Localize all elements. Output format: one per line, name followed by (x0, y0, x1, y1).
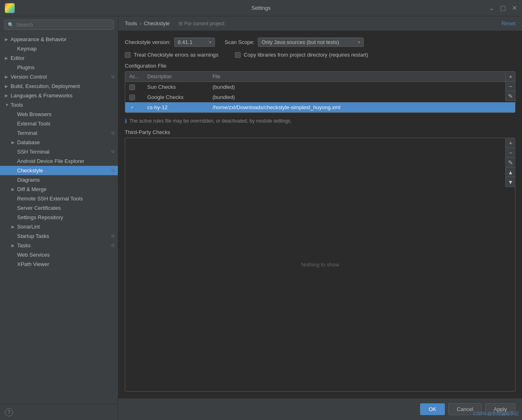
sidebar-item-label: Languages & Frameworks (11, 92, 115, 99)
sidebar-item-label: XPath Viewer (17, 261, 115, 267)
config-table-wrapper: Ac... Description File Sun Checks (bundl… (125, 71, 515, 113)
move-down-button[interactable]: ▼ (506, 177, 515, 187)
col-active: Ac... (125, 72, 143, 82)
row-checkbox[interactable] (129, 95, 135, 100)
sidebar: 🔍 ▶ Appearance & Behavior Keymap ▶ Edito… (0, 16, 118, 420)
sidebar-item-startup-tasks[interactable]: Startup Tasks ⧉ (0, 231, 118, 241)
row-checkbox[interactable]: ✓ (129, 105, 135, 110)
copy-icon: ⧉ (111, 243, 115, 248)
content-body: Checkstyle version: 8.41.1 ▾ Scan Scope:… (118, 31, 522, 398)
version-select[interactable]: 8.41.1 ▾ (174, 37, 215, 47)
breadcrumb-parent[interactable]: Tools (125, 20, 137, 26)
scan-scope-value: Only Java sources (but not tests) (261, 39, 339, 45)
treat-errors-checkbox[interactable] (125, 52, 130, 58)
main-layout: 🔍 ▶ Appearance & Behavior Keymap ▶ Edito… (0, 16, 522, 420)
sidebar-item-ssh-terminal[interactable]: SSH Terminal ⧉ (0, 147, 118, 156)
search-input[interactable] (16, 22, 110, 28)
version-label: Checkstyle version: (125, 39, 171, 45)
side-actions: + − ✎ ▲ ▼ (505, 138, 515, 187)
third-party-section: Third-Party Checks Nothing to show + − ✎… (125, 129, 515, 391)
row-description: Google Checks (143, 92, 208, 102)
sidebar-item-tasks[interactable]: ▶ Tasks ⧉ (0, 241, 118, 250)
remove-button[interactable]: − (506, 81, 515, 91)
content-header: Tools › Checkstyle ⊟ For current project… (118, 16, 522, 31)
sidebar-item-database[interactable]: ▶ Database (0, 138, 118, 147)
sidebar-item-editor[interactable]: ▶ Editor (0, 53, 118, 63)
row-checkbox[interactable] (129, 84, 135, 90)
copy-icon: ⧉ (111, 233, 115, 239)
sidebar-item-diagrams[interactable]: Diagrams (0, 175, 118, 185)
row-file: (bundled) (208, 82, 515, 92)
table-row[interactable]: Sun Checks (bundled) (125, 82, 515, 92)
sidebar-item-server-certs[interactable]: Server Certificates (0, 203, 118, 213)
sidebar-item-languages[interactable]: ▶ Languages & Frameworks (0, 91, 118, 100)
options-row: Treat Checkstyle errors as warnings Copy… (125, 52, 515, 58)
sidebar-item-external-tools[interactable]: External Tools (0, 119, 118, 128)
add-button[interactable]: + (506, 72, 515, 81)
sidebar-item-diff-merge[interactable]: ▶ Diff & Merge (0, 185, 118, 194)
sidebar-item-checkstyle[interactable]: Checkstyle ⧉ (0, 166, 118, 175)
sidebar-item-label: Android Device File Explorer (17, 158, 115, 164)
sidebar-item-label: Tasks (17, 242, 111, 248)
table-header-row: Ac... Description File (125, 72, 515, 82)
ok-button[interactable]: OK (420, 403, 445, 415)
sidebar-item-web-browsers[interactable]: Web Browsers (0, 110, 118, 119)
info-text: The active rules file may be overridden,… (129, 118, 292, 124)
sidebar-item-label: SSH Terminal (17, 149, 111, 155)
copy-libraries-checkbox[interactable] (235, 52, 241, 58)
arrow-icon: ▶ (5, 84, 11, 88)
edit-button[interactable]: ✎ (506, 91, 515, 101)
sidebar-item-appearance[interactable]: ▶ Appearance & Behavior (0, 35, 118, 44)
sidebar-bottom: ? (0, 404, 118, 420)
edit-third-party-button[interactable]: ✎ (506, 158, 515, 167)
sidebar-item-android[interactable]: Android Device File Explorer (0, 156, 118, 166)
table-row[interactable]: ✓ cs-hy-12 /home/zxl/Downloads/checkstyl… (125, 102, 515, 112)
sidebar-item-build[interactable]: ▶ Build, Execution, Deployment (0, 81, 118, 91)
remove-third-party-button[interactable]: − (506, 148, 515, 158)
window-title: Settings (252, 5, 271, 11)
sidebar-item-remote-ssh[interactable]: Remote SSH External Tools (0, 194, 118, 203)
row-file: /home/zxl/Downloads/checkstyle-simplest_… (208, 102, 515, 112)
move-up-button[interactable]: ▲ (506, 167, 515, 177)
sidebar-item-label: Editor (11, 55, 115, 61)
sidebar-item-label: Server Certificates (17, 205, 115, 211)
search-box[interactable]: 🔍 (4, 20, 114, 30)
arrow-icon: ▼ (5, 103, 11, 107)
version-group: Checkstyle version: 8.41.1 ▾ (125, 37, 215, 47)
sidebar-item-settings-repo[interactable]: Settings Repository (0, 213, 118, 222)
sidebar-item-label: Web Browsers (17, 111, 115, 117)
chevron-down-icon: ▾ (358, 40, 360, 44)
scan-scope-select[interactable]: Only Java sources (but not tests) ▾ (258, 37, 364, 47)
sidebar-item-tools[interactable]: ▼ Tools (0, 100, 118, 110)
sidebar-item-plugins[interactable]: Plugins (0, 63, 118, 72)
titlebar: Settings ⌄ ▢ ✕ (0, 0, 522, 16)
breadcrumb: Tools › Checkstyle ⊟ For current project (125, 20, 224, 26)
sidebar-item-label: Startup Tasks (17, 233, 111, 239)
sidebar-item-xpath-viewer[interactable]: XPath Viewer (0, 259, 118, 269)
sidebar-item-label: Tools (11, 102, 115, 108)
for-project-label: ⊟ For current project (179, 21, 224, 26)
maximize-icon[interactable]: ▢ (500, 4, 506, 12)
watermark: CSDN @学亮编程手记 (473, 411, 519, 417)
sidebar-item-keymap[interactable]: Keymap (0, 44, 118, 53)
add-third-party-button[interactable]: + (506, 138, 515, 148)
row-file: (bundled) (208, 92, 515, 102)
copy-icon: ⧉ (111, 149, 115, 154)
treat-errors-label: Treat Checkstyle errors as warnings (134, 52, 219, 58)
reset-button[interactable]: Reset (502, 20, 515, 26)
content-panel: Tools › Checkstyle ⊟ For current project… (118, 16, 522, 420)
config-file-section: Configuration File Ac... Description Fil… (125, 63, 515, 113)
sidebar-item-label: Version Control (11, 74, 111, 80)
help-button[interactable]: ? (5, 408, 13, 416)
minimize-icon[interactable]: ⌄ (489, 4, 494, 12)
sidebar-item-web-services[interactable]: Web Services (0, 250, 118, 259)
sidebar-item-label: Keymap (17, 46, 115, 52)
project-icon: ⊟ (179, 21, 183, 26)
info-icon: ℹ (125, 118, 127, 124)
sidebar-item-version-control[interactable]: ▶ Version Control ⧉ (0, 72, 118, 81)
table-row[interactable]: Google Checks (bundled) (125, 92, 515, 102)
close-icon[interactable]: ✕ (512, 4, 517, 12)
arrow-icon: ▶ (11, 140, 17, 145)
sidebar-item-sonarlint[interactable]: ▶ SonarLint (0, 222, 118, 231)
sidebar-item-terminal[interactable]: Terminal ⧉ (0, 128, 118, 138)
